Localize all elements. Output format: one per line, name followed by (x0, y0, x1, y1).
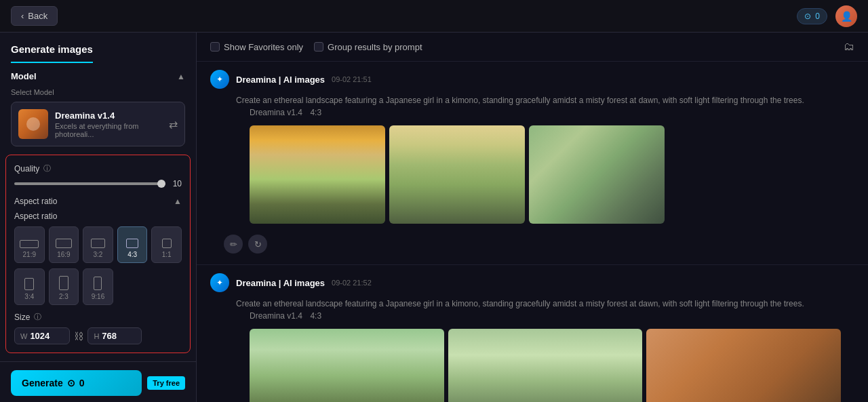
width-input[interactable] (30, 331, 64, 341)
generate-area: Generate ⊙ 0 Try free (0, 361, 196, 402)
show-favorites-text: Show Favorites only (224, 42, 303, 52)
message-prompt-1: Create an ethereal landscape featuring a… (210, 94, 854, 119)
ar-btn-3-4[interactable]: 3:4 (14, 268, 45, 305)
aspect-ratio-label: Aspect ratio (14, 212, 182, 221)
image-grid-2 (210, 329, 854, 402)
ar-btn-9-16[interactable]: 9:16 (83, 268, 113, 305)
top-bar: ‹ Back ⊙ 0 👤 (0, 0, 868, 33)
show-favorites-label[interactable]: Show Favorites only (210, 42, 303, 52)
folder-icon[interactable]: 🗂 (844, 41, 854, 53)
ar-label-16-9: 16:9 (57, 251, 70, 258)
group-results-checkbox[interactable] (314, 42, 323, 52)
ar-btn-4-3[interactable]: 4:3 (117, 226, 148, 263)
size-subsection: Size ⓘ W ⛓ H (14, 312, 182, 344)
user-avatar-2: ✦ (210, 273, 229, 292)
back-button[interactable]: ‹ Back (11, 6, 58, 26)
aspect-ratio-header: Aspect ratio ▲ (14, 197, 182, 206)
image-item-2-2[interactable] (448, 329, 643, 402)
size-info-icon[interactable]: ⓘ (34, 312, 41, 322)
select-model-label: Select Model (11, 88, 185, 96)
aspect-ratio-grid-row1: 21:9 16:9 3:2 4:3 1:1 (14, 226, 182, 263)
message-header-2: ✦ Dreamina | AI images 09-02 21:52 (210, 273, 854, 292)
model-tag-2: Dreamina v1.4 (250, 311, 302, 321)
ar-btn-2-3[interactable]: 2:3 (49, 268, 79, 305)
ar-shape-1-1 (162, 239, 172, 248)
ar-shape-16-9 (56, 239, 72, 248)
user-avatar-1: ✦ (210, 70, 229, 89)
refresh-button-1[interactable]: ↻ (248, 235, 267, 254)
size-label: Size (14, 313, 30, 322)
ar-label-2-3: 2:3 (59, 293, 68, 300)
credits-value: 0 (815, 12, 820, 21)
model-settings-icon[interactable]: ⇄ (169, 118, 178, 131)
image-item-1-2[interactable] (389, 125, 525, 224)
user-name-2: Dreamina | AI images (236, 278, 325, 288)
ar-shape-4-3 (126, 239, 138, 248)
group-results-label[interactable]: Group results by prompt (314, 42, 422, 52)
model-section-header: Model ▲ (11, 71, 185, 81)
height-label: H (94, 332, 99, 340)
ar-label-21-9: 21:9 (23, 251, 36, 258)
message-block-1: ✦ Dreamina | AI images 09-02 21:51 Creat… (197, 62, 868, 265)
ar-shape-9-16 (94, 277, 102, 290)
image-item-2-1[interactable] (250, 329, 444, 402)
content-toolbar: Show Favorites only Group results by pro… (197, 33, 868, 62)
model-description: Excels at everything from photoreali... (55, 122, 162, 138)
quality-value: 10 (171, 179, 182, 188)
generate-credits-icon: ⊙ (67, 378, 75, 388)
top-right-area: ⊙ 0 👤 (797, 5, 857, 27)
model-collapse-icon[interactable]: ▲ (177, 72, 185, 81)
quality-subsection: Quality ⓘ 10 (14, 163, 182, 188)
ar-label-1-1: 1:1 (162, 251, 172, 258)
generate-label: Generate (22, 378, 63, 388)
model-info: Dreamina v1.4 Excels at everything from … (55, 110, 162, 138)
ar-label-3-2: 3:2 (94, 251, 103, 258)
ar-btn-1-1[interactable]: 1:1 (151, 226, 182, 263)
content-area: Show Favorites only Group results by pro… (197, 33, 868, 402)
size-label-row: Size ⓘ (14, 312, 182, 322)
ar-shape-2-3 (59, 276, 68, 290)
generate-button[interactable]: Generate ⊙ 0 (11, 370, 142, 396)
credits-icon: ⊙ (804, 12, 811, 21)
ar-btn-3-2[interactable]: 3:2 (83, 226, 113, 263)
size-inputs-row: W ⛓ H (14, 327, 182, 344)
message-prompt-2: Create an ethereal landscape featuring a… (210, 298, 854, 322)
message-header-1: ✦ Dreamina | AI images 09-02 21:51 (210, 70, 854, 89)
model-card[interactable]: Dreamina v1.4 Excels at everything from … (11, 102, 185, 146)
edit-button-1[interactable]: ✏ (224, 235, 243, 254)
sidebar: Generate images Model ▲ Select Model Dre… (0, 33, 197, 402)
ar-btn-21-9[interactable]: 21:9 (14, 226, 45, 263)
image-grid-1 (210, 125, 854, 232)
avatar[interactable]: 👤 (835, 5, 857, 27)
image-item-1-1[interactable] (250, 125, 385, 224)
credits-badge: ⊙ 0 (797, 8, 827, 24)
generate-credits-value: 0 (79, 378, 85, 388)
chevron-left-icon: ‹ (21, 11, 24, 21)
sidebar-header: Generate images (0, 33, 196, 63)
link-icon[interactable]: ⛓ (74, 331, 83, 342)
quality-slider-row: 10 (14, 179, 182, 188)
ar-label-3-4: 3:4 (24, 293, 34, 300)
aspect-ratio-collapse-icon[interactable]: ▲ (174, 197, 182, 206)
back-label: Back (28, 11, 47, 21)
model-thumbnail (18, 109, 48, 139)
ar-label-9-16: 9:16 (92, 293, 104, 300)
ratio-tag-1: 4:3 (310, 108, 321, 117)
image-item-2-3[interactable] (646, 329, 841, 402)
model-tag-1: Dreamina v1.4 (250, 108, 302, 117)
model-section-title: Model (11, 71, 37, 81)
ar-shape-3-2 (91, 239, 105, 248)
quality-row: Quality ⓘ (14, 163, 182, 174)
aspect-ratio-grid-row2: 3:4 2:3 9:16 (14, 268, 182, 305)
quality-info-icon[interactable]: ⓘ (43, 163, 51, 174)
model-section: Model ▲ Select Model Dreamina v1.4 Excel… (0, 63, 196, 155)
ar-shape-3-4 (24, 278, 34, 290)
ratio-tag-2: 4:3 (310, 311, 321, 321)
ar-btn-16-9[interactable]: 16:9 (49, 226, 79, 263)
image-item-1-3[interactable] (529, 125, 665, 224)
message-time-2: 09-02 21:52 (332, 279, 372, 287)
height-input[interactable] (102, 331, 136, 341)
show-favorites-checkbox[interactable] (210, 42, 220, 52)
quality-slider[interactable] (14, 182, 165, 185)
ar-shape-21-9 (20, 240, 39, 248)
